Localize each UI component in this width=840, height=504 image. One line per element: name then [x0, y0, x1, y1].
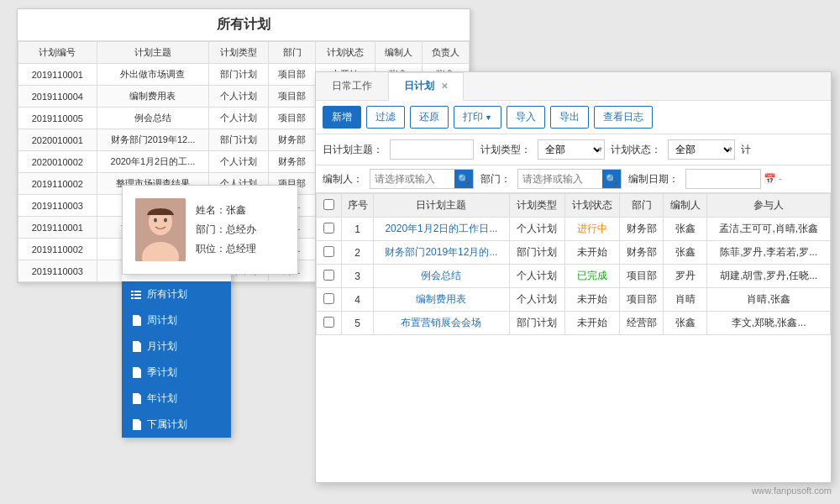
tab-daily-plan[interactable]: 日计划 ✕	[388, 72, 464, 101]
status-select[interactable]: 全部 未开始 进行中 已完成	[668, 139, 735, 160]
svg-rect-7	[131, 294, 134, 296]
bg-col-header: 部门	[268, 42, 315, 64]
sidebar-item-季计划[interactable]: 季计划	[122, 360, 231, 386]
type-cell: 个人计划	[509, 218, 564, 241]
tab-close-icon[interactable]: ✕	[441, 81, 448, 91]
view-log-button[interactable]: 查看日志	[594, 106, 653, 129]
table-cell: 2019110005	[18, 108, 97, 129]
list-icon	[130, 289, 142, 301]
editor-label: 编制人：	[323, 172, 363, 186]
status-cell: 未开始	[564, 312, 620, 335]
reset-button[interactable]: 还原	[410, 106, 449, 129]
editor-input[interactable]	[370, 170, 454, 188]
tab-daily-work[interactable]: 日常工作	[316, 72, 388, 100]
seq-cell: 3	[342, 265, 374, 288]
calendar-icon[interactable]: 📅	[764, 173, 776, 185]
row-checkbox[interactable]	[323, 293, 334, 304]
dept-cell: 财务部	[620, 241, 664, 265]
subject-cell[interactable]: 财务部门2019年12月的...	[374, 241, 510, 265]
table-row[interactable]: 2财务部门2019年12月的...部门计划未开始财务部张鑫陈菲,罗丹,李若若,罗…	[317, 241, 831, 265]
table-cell: 个人计划	[209, 151, 269, 173]
export-button[interactable]: 导出	[550, 106, 589, 129]
editor-cell: 罗丹	[664, 265, 707, 288]
row-checkbox[interactable]	[323, 246, 334, 257]
data-table-wrap: 序号日计划主题计划类型计划状态部门编制人参与人 12020年1月2日的工作日..…	[316, 193, 831, 482]
type-select[interactable]: 全部 个人计划 部门计划	[538, 139, 605, 160]
table-cell: 编制费用表	[97, 86, 209, 108]
table-row[interactable]: 4编制费用表个人计划未开始项目部肖晴肖晴,张鑫	[317, 288, 831, 312]
sidebar-item-所有计划[interactable]: 所有计划	[122, 281, 231, 307]
table-cell: 2019110002	[18, 173, 97, 195]
dept-search-icon[interactable]: 🔍	[602, 170, 621, 188]
file-icon	[130, 341, 142, 353]
file-icon	[130, 393, 142, 405]
sidebar-item-label: 年计划	[147, 391, 177, 406]
user-dept: 部门：总经办	[196, 223, 256, 237]
table-cell: 财务部门2019年12...	[97, 129, 209, 151]
seq-cell: 1	[342, 218, 374, 241]
type-cell: 个人计划	[509, 288, 564, 312]
add-button[interactable]: 新增	[323, 106, 361, 129]
subject-label: 日计划主题：	[323, 143, 383, 157]
sidebar-item-月计划[interactable]: 月计划	[122, 333, 231, 360]
editor-search-icon[interactable]: 🔍	[454, 170, 473, 188]
file-icon	[130, 367, 142, 379]
watermark: www.fanpusoft.com	[752, 486, 832, 496]
toolbar: 新增 过滤 还原 打印 ▼ 导入 导出 查看日志	[316, 101, 831, 134]
status-cell: 已完成	[564, 265, 620, 288]
status-label: 计划状态：	[611, 143, 661, 157]
main-col-header: 参与人	[707, 194, 831, 218]
main-col-header	[317, 194, 342, 218]
sidebar-item-label: 所有计划	[147, 287, 187, 302]
filter-button[interactable]: 过滤	[366, 106, 405, 129]
type-label: 计划类型：	[480, 143, 531, 157]
table-cell: 2019110004	[18, 86, 97, 108]
subject-cell[interactable]: 布置营销展会会场	[374, 312, 510, 335]
subject-cell[interactable]: 2020年1月2日的工作日...	[374, 218, 510, 241]
main-col-header: 部门	[620, 194, 664, 218]
table-cell: 个人计划	[209, 86, 269, 108]
table-cell: 财务部	[268, 151, 315, 173]
sidebar-item-年计划[interactable]: 年计划	[122, 386, 231, 412]
bg-col-header: 编制人	[375, 42, 422, 64]
sidebar-item-周计划[interactable]: 周计划	[122, 307, 231, 333]
row-checkbox[interactable]	[323, 270, 334, 281]
table-cell: 个人计划	[209, 108, 269, 129]
subject-cell[interactable]: 例会总结	[374, 265, 510, 288]
user-card: 姓名：张鑫 部门：总经办 职位：总经理	[122, 185, 298, 275]
row-checkbox[interactable]	[323, 223, 334, 234]
table-row[interactable]: 12020年1月2日的工作日...个人计划进行中财务部张鑫孟洁,王可可,肖晴,张…	[317, 218, 831, 241]
seq-cell: 4	[342, 288, 374, 312]
date-start-input[interactable]	[685, 169, 761, 189]
select-all-checkbox[interactable]	[323, 199, 334, 210]
table-cell: 财务部	[268, 129, 315, 151]
table-row[interactable]: 3例会总结个人计划已完成项目部罗丹胡建,胡雪,罗丹,任晓...	[317, 265, 831, 288]
subject-input[interactable]	[390, 139, 474, 160]
bg-panel-title: 所有计划	[18, 9, 470, 41]
row-checkbox[interactable]	[323, 317, 334, 328]
sidebar-item-label: 下属计划	[147, 417, 187, 432]
table-cell: 外出做市场调查	[97, 64, 209, 86]
dept-cell: 项目部	[620, 288, 664, 312]
editor-cell: 张鑫	[664, 241, 707, 265]
subject-cell[interactable]: 编制费用表	[374, 288, 510, 312]
participants-cell: 李文,郑晓,张鑫...	[707, 312, 831, 335]
main-col-header: 日计划主题	[374, 194, 510, 218]
date-input-wrap: 📅 -	[685, 169, 782, 189]
date-label: 编制日期：	[628, 172, 679, 186]
dept-cell: 项目部	[620, 265, 664, 288]
sidebar-item-下属计划[interactable]: 下属计划	[122, 412, 231, 438]
print-button[interactable]: 打印 ▼	[454, 106, 501, 129]
participants-cell: 胡建,胡雪,罗丹,任晓...	[707, 265, 831, 288]
svg-rect-6	[134, 291, 141, 292]
table-cell: 2019110003	[18, 260, 97, 282]
import-button[interactable]: 导入	[507, 106, 545, 129]
sidebar-item-label: 季计划	[147, 365, 177, 380]
bg-col-header: 计划状态	[316, 42, 375, 64]
editor-cell: 张鑫	[664, 312, 707, 335]
editor-cell: 张鑫	[664, 218, 707, 241]
svg-point-4	[164, 218, 167, 223]
table-cell: 2020年1月2日的工...	[97, 151, 209, 173]
dept-input[interactable]	[518, 170, 602, 188]
table-row[interactable]: 5布置营销展会会场部门计划未开始经营部张鑫李文,郑晓,张鑫...	[317, 312, 831, 335]
